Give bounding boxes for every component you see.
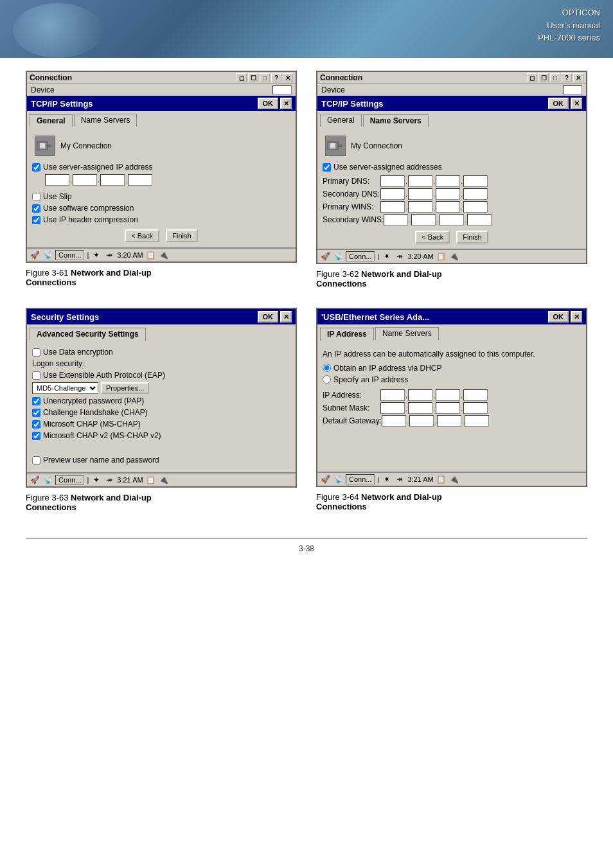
fig62-wins1-ip1[interactable] <box>380 201 405 213</box>
fig63-eap-label: Use Extensible Auth Protocol (EAP) <box>43 371 165 380</box>
fig62-dns2-ip2[interactable] <box>408 188 432 200</box>
fig62-taskbar-icon4: 🔌 <box>449 251 459 261</box>
fig62-help-btn[interactable]: ? <box>562 73 572 82</box>
fig64-gateway2[interactable] <box>409 415 434 427</box>
fig61-ip1[interactable] <box>45 174 69 186</box>
fig64-subnet1[interactable] <box>380 402 405 414</box>
fig64-ok-btn[interactable]: OK <box>548 311 569 323</box>
fig63-chap-row: Challenge Handshake (CHAP) <box>32 408 290 417</box>
fig62-finish-btn[interactable]: Finish <box>456 231 488 244</box>
fig63-start-icon[interactable]: 🚀 <box>30 475 40 485</box>
fig64-radio1[interactable] <box>323 364 331 372</box>
fig61-resize-btn[interactable]: □ <box>260 73 270 82</box>
fig64-tab-nameservers[interactable]: Name Servers <box>375 327 439 340</box>
fig64-radio1-row: Obtain an IP address via DHCP <box>323 364 581 373</box>
fig61-tab-general[interactable]: General <box>30 114 73 127</box>
fig61-ip4[interactable] <box>128 174 152 186</box>
fig62-wins2-ip2[interactable] <box>411 214 436 226</box>
fig61-ok-btn[interactable]: OK <box>258 98 279 109</box>
fig64-gateway1[interactable] <box>382 415 406 427</box>
fig61-taskbar-icon1: ✦ <box>91 250 102 260</box>
fig63-network-icon: 📡 <box>42 475 53 485</box>
fig63-chap-checkbox[interactable] <box>32 409 40 417</box>
fig62-minimize-btn[interactable]: ☐ <box>538 73 549 82</box>
fig62-dns2-ip1[interactable] <box>380 188 405 200</box>
fig62-back-btn[interactable]: < Back <box>415 231 450 244</box>
fig63-mschapv2-checkbox[interactable] <box>32 432 40 440</box>
fig61-back-btn[interactable]: < Back <box>125 229 159 242</box>
fig64-ip4[interactable] <box>463 389 488 401</box>
fig62-ok-btn[interactable]: OK <box>548 98 569 109</box>
fig64-caption: Figure 3-64 Network and Dial-up Connecti… <box>316 492 587 511</box>
fig61-ip2[interactable] <box>73 174 97 186</box>
fig63-x-btn[interactable]: ✕ <box>280 311 292 323</box>
fig63-preview-checkbox[interactable] <box>32 456 40 465</box>
fig63-pap-checkbox[interactable] <box>32 397 40 405</box>
fig62-wins1-ip3[interactable] <box>436 201 460 213</box>
fig62-dns1-ip4[interactable] <box>463 175 488 187</box>
fig64-title: Network and Dial-up <box>361 492 442 502</box>
fig61-conn-taskbar[interactable]: Conn... <box>55 250 84 260</box>
fig61-start-icon[interactable]: 🚀 <box>30 250 40 260</box>
fig62-resize-btn[interactable]: □ <box>550 73 560 82</box>
fig64-start-icon[interactable]: 🚀 <box>320 474 330 484</box>
fig64-ip1[interactable] <box>380 389 405 401</box>
fig64-gateway3[interactable] <box>437 415 461 427</box>
fig62-restore-btn[interactable]: ◻ <box>527 73 537 82</box>
fig63-tab-advanced[interactable]: Advanced Security Settings <box>30 328 146 341</box>
fig64-radio2-row: Specify an IP address <box>323 375 581 384</box>
fig62-wins2-ip4[interactable] <box>467 214 492 226</box>
fig62-x-btn[interactable]: ✕ <box>571 98 582 109</box>
fig64-x-btn[interactable]: ✕ <box>571 311 582 323</box>
fig62-wins1-ip4[interactable] <box>463 201 488 213</box>
fig63-enc-checkbox[interactable] <box>32 348 40 357</box>
fig61-restore-btn[interactable]: ◻ <box>236 73 247 82</box>
fig62-close-btn[interactable]: ✕ <box>573 73 583 82</box>
fig64-tab-ipaddress[interactable]: IP Address <box>320 328 374 341</box>
fig62-dns1-ip2[interactable] <box>408 175 432 187</box>
fig64-radio2[interactable] <box>323 375 331 384</box>
fig64-ip2[interactable] <box>408 389 432 401</box>
fig62-dns2-ip4[interactable] <box>463 188 488 200</box>
fig63-security-title: Security Settings <box>31 312 99 322</box>
fig64-subnet4[interactable] <box>463 402 488 414</box>
fig62-tab-nameservers[interactable]: Name Servers <box>363 114 429 127</box>
fig62-checkbox[interactable] <box>323 163 331 172</box>
fig63-conn-taskbar[interactable]: Conn... <box>55 475 84 485</box>
fig62-dns1-ip3[interactable] <box>436 175 460 187</box>
fig61-help-btn[interactable]: ? <box>271 73 281 82</box>
fig63-separator: | <box>87 476 89 484</box>
fig62-wins2-ip3[interactable] <box>440 214 464 226</box>
fig61-ip3[interactable] <box>100 174 125 186</box>
fig61-minimize-btn[interactable]: ☐ <box>248 73 258 82</box>
fig62-dns1-ip1[interactable] <box>380 175 405 187</box>
fig63-mschap-checkbox[interactable] <box>32 420 40 429</box>
fig62-tab-general[interactable]: General <box>320 114 362 127</box>
fig61-tab-nameservers[interactable]: Name Servers <box>74 114 138 127</box>
fig61-checkbox3[interactable] <box>32 204 40 213</box>
fig64-subnet3[interactable] <box>436 402 460 414</box>
fig62-start-icon[interactable]: 🚀 <box>320 251 330 261</box>
fig61-checkbox2[interactable] <box>32 193 40 201</box>
fig62-dns2-ip3[interactable] <box>436 188 460 200</box>
fig63-taskbar-icon4: 🔌 <box>159 475 169 485</box>
fig61-close-btn[interactable]: ✕ <box>283 73 293 82</box>
fig64-ip3[interactable] <box>436 389 460 401</box>
fig64-gateway4[interactable] <box>465 415 489 427</box>
fig64-conn-taskbar[interactable]: Conn... <box>346 474 375 484</box>
fig63-ok-btn[interactable]: OK <box>258 311 279 323</box>
fig61-x-btn[interactable]: ✕ <box>280 98 292 109</box>
fig64-subnet2[interactable] <box>408 402 432 414</box>
fig61-finish-btn[interactable]: Finish <box>166 229 197 242</box>
fig61-checkbox4[interactable] <box>32 216 40 224</box>
fig63-eap-checkbox[interactable] <box>32 371 40 380</box>
fig61-device-label: Device <box>31 85 55 94</box>
fig62-wins1-ip2[interactable] <box>408 201 432 213</box>
fig63-properties-btn[interactable]: Properties... <box>101 382 149 394</box>
fig62-conn-bar: Connection ◻ ☐ □ ? ✕ <box>317 72 586 84</box>
fig63-protocol-select[interactable]: MD5-Challenge <box>32 382 98 394</box>
fig62-wins2-ip1[interactable] <box>384 214 408 226</box>
fig64-time: 3:21 AM <box>407 475 433 483</box>
fig62-conn-taskbar[interactable]: Conn... <box>346 251 375 261</box>
fig61-checkbox1[interactable] <box>32 163 40 172</box>
